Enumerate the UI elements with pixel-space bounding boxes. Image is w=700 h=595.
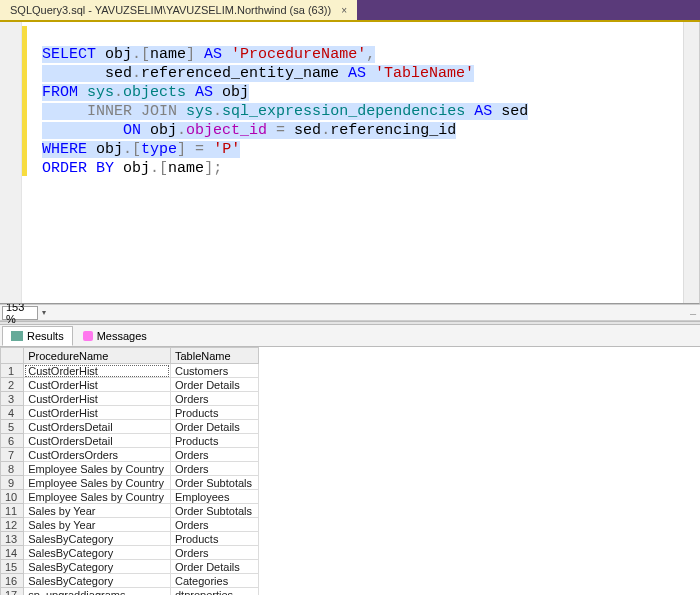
cell[interactable]: Orders (170, 392, 258, 406)
results-grid[interactable]: ProcedureName TableName 1CustOrderHistCu… (0, 347, 259, 595)
row-number[interactable]: 9 (1, 476, 24, 490)
col-header-1[interactable]: TableName (170, 348, 258, 364)
row-number[interactable]: 11 (1, 504, 24, 518)
cell[interactable]: CustOrderHist (24, 392, 171, 406)
table-row[interactable]: 5CustOrdersDetailOrder Details (1, 420, 259, 434)
table-row[interactable]: 3CustOrderHistOrders (1, 392, 259, 406)
tab-results[interactable]: Results (2, 326, 73, 346)
messages-icon (83, 331, 93, 341)
row-number[interactable]: 4 (1, 406, 24, 420)
cell[interactable]: Order Details (170, 560, 258, 574)
row-number[interactable]: 7 (1, 448, 24, 462)
cell[interactable]: Employee Sales by Country (24, 490, 171, 504)
results-tab-bar: Results Messages (0, 325, 700, 347)
cell[interactable]: Order Details (170, 378, 258, 392)
cell[interactable]: CustOrderHist (24, 406, 171, 420)
cell[interactable]: SalesByCategory (24, 546, 171, 560)
row-number[interactable]: 13 (1, 532, 24, 546)
code-text: SELECT obj.[name] AS 'ProcedureName', se… (42, 26, 528, 197)
row-number[interactable]: 12 (1, 518, 24, 532)
cell[interactable]: Order Subtotals (170, 476, 258, 490)
cell[interactable]: SalesByCategory (24, 532, 171, 546)
row-number[interactable]: 6 (1, 434, 24, 448)
table-row[interactable]: 15SalesByCategoryOrder Details (1, 560, 259, 574)
cell[interactable]: Orders (170, 462, 258, 476)
row-number[interactable]: 3 (1, 392, 24, 406)
table-row[interactable]: 6CustOrdersDetailProducts (1, 434, 259, 448)
table-row[interactable]: 2CustOrderHistOrder Details (1, 378, 259, 392)
cell[interactable]: Employees (170, 490, 258, 504)
row-number[interactable]: 8 (1, 462, 24, 476)
table-row[interactable]: 7CustOrdersOrdersOrders (1, 448, 259, 462)
table-row[interactable]: 17sp_upgraddiagramsdtproperties (1, 588, 259, 596)
col-header-0[interactable]: ProcedureName (24, 348, 171, 364)
row-number-header (1, 348, 24, 364)
table-row[interactable]: 11Sales by YearOrder Subtotals (1, 504, 259, 518)
table-row[interactable]: 14SalesByCategoryOrders (1, 546, 259, 560)
zoom-input[interactable]: 153 % (2, 306, 38, 320)
close-icon[interactable]: × (337, 5, 351, 16)
tab-messages[interactable]: Messages (75, 327, 155, 345)
grid-icon (11, 331, 23, 341)
row-number[interactable]: 14 (1, 546, 24, 560)
cell[interactable]: Order Subtotals (170, 504, 258, 518)
row-number[interactable]: 1 (1, 364, 24, 378)
margin-highlight (22, 26, 27, 176)
cell[interactable]: Products (170, 532, 258, 546)
cell[interactable]: CustOrderHist (24, 364, 171, 378)
cell[interactable]: dtproperties (170, 588, 258, 596)
cell[interactable]: CustOrdersOrders (24, 448, 171, 462)
row-number[interactable]: 16 (1, 574, 24, 588)
row-number[interactable]: 5 (1, 420, 24, 434)
cell[interactable]: Sales by Year (24, 518, 171, 532)
tab-results-label: Results (27, 330, 64, 342)
editor-gutter (0, 22, 22, 303)
results-grid-wrap[interactable]: ProcedureName TableName 1CustOrderHistCu… (0, 347, 700, 595)
row-number[interactable]: 17 (1, 588, 24, 596)
row-number[interactable]: 10 (1, 490, 24, 504)
cell[interactable]: SalesByCategory (24, 560, 171, 574)
cell[interactable]: Orders (170, 518, 258, 532)
cell[interactable]: CustOrdersDetail (24, 420, 171, 434)
zoom-dash: – (690, 307, 696, 319)
cell[interactable]: Sales by Year (24, 504, 171, 518)
cell[interactable]: Products (170, 434, 258, 448)
table-row[interactable]: 8Employee Sales by CountryOrders (1, 462, 259, 476)
cell[interactable]: Products (170, 406, 258, 420)
cell[interactable]: Orders (170, 546, 258, 560)
table-row[interactable]: 9Employee Sales by CountryOrder Subtotal… (1, 476, 259, 490)
table-row[interactable]: 16SalesByCategoryCategories (1, 574, 259, 588)
vertical-scrollbar[interactable] (683, 22, 699, 303)
document-tab[interactable]: SQLQuery3.sql - YAVUZSELIM\YAVUZSELIM.No… (0, 0, 357, 20)
cell[interactable]: Categories (170, 574, 258, 588)
zoom-value: 153 % (6, 301, 37, 325)
cell[interactable]: SalesByCategory (24, 574, 171, 588)
row-number[interactable]: 15 (1, 560, 24, 574)
row-number[interactable]: 2 (1, 378, 24, 392)
cell[interactable]: Order Details (170, 420, 258, 434)
cell[interactable]: Customers (170, 364, 258, 378)
cell[interactable]: Employee Sales by Country (24, 476, 171, 490)
cell[interactable]: Orders (170, 448, 258, 462)
table-row[interactable]: 1CustOrderHistCustomers (1, 364, 259, 378)
cell[interactable]: CustOrdersDetail (24, 434, 171, 448)
cell[interactable]: Employee Sales by Country (24, 462, 171, 476)
tab-bar: SQLQuery3.sql - YAVUZSELIM\YAVUZSELIM.No… (0, 0, 700, 22)
zoom-bar: 153 % ▾ – (0, 304, 700, 321)
cell[interactable]: sp_upgraddiagrams (24, 588, 171, 596)
table-row[interactable]: 4CustOrderHistProducts (1, 406, 259, 420)
chevron-down-icon[interactable]: ▾ (38, 308, 50, 317)
sql-editor[interactable]: SELECT obj.[name] AS 'ProcedureName', se… (0, 22, 700, 304)
table-row[interactable]: 13SalesByCategoryProducts (1, 532, 259, 546)
cell[interactable]: CustOrderHist (24, 378, 171, 392)
tab-messages-label: Messages (97, 330, 147, 342)
table-row[interactable]: 12Sales by YearOrders (1, 518, 259, 532)
header-row: ProcedureName TableName (1, 348, 259, 364)
table-row[interactable]: 10Employee Sales by CountryEmployees (1, 490, 259, 504)
tab-title: SQLQuery3.sql - YAVUZSELIM\YAVUZSELIM.No… (10, 4, 331, 16)
